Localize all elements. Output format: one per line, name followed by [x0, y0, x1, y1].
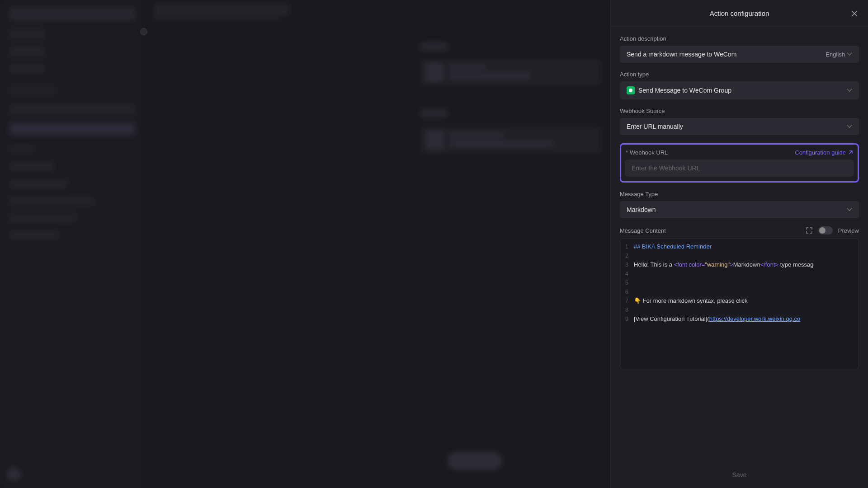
sidebar-collapse-button[interactable] [140, 28, 147, 35]
save-button[interactable]: Save [732, 471, 747, 479]
close-button[interactable] [849, 8, 860, 19]
webhook-url-input-wrapper [625, 160, 854, 177]
line-number: 4 [620, 269, 634, 278]
config-guide-text: Configuration guide [795, 149, 846, 156]
message-type-value: Markdown [627, 206, 656, 213]
chevron-down-icon [848, 52, 852, 56]
line-number: 1 [620, 242, 634, 251]
line-number: 7 [620, 296, 634, 305]
webhook-source-group: Webhook Source Enter URL manually [620, 108, 859, 135]
line-number: 3 [620, 260, 634, 269]
message-content-group: Message Content Preview 1## BIKA Schedul… [620, 226, 859, 369]
message-type-group: Message Type Markdown [620, 191, 859, 218]
action-description-label: Action description [620, 35, 859, 42]
line-number: 9 [620, 314, 634, 324]
chevron-down-icon [848, 124, 852, 129]
action-description-value: Send a markdown message to WeCom [627, 51, 736, 58]
svg-point-0 [629, 89, 632, 92]
preview-label: Preview [838, 227, 859, 234]
line-number: 6 [620, 287, 634, 296]
wecom-icon [627, 86, 635, 94]
panel-title: Action configuration [710, 9, 769, 17]
webhook-url-label: *Webhook URL [626, 149, 668, 156]
webhook-url-highlight: *Webhook URL Configuration guide [620, 143, 859, 183]
background-blurred-app [0, 0, 610, 488]
message-content-editor[interactable]: 1## BIKA Scheduled Reminder 2 3Hello! Th… [620, 238, 859, 369]
webhook-source-value: Enter URL manually [627, 123, 683, 130]
action-description-input[interactable]: Send a markdown message to WeCom English [620, 46, 859, 63]
line-number: 2 [620, 251, 634, 260]
action-type-value: Send Message to WeCom Group [638, 87, 731, 94]
webhook-url-input[interactable] [632, 164, 847, 172]
action-configuration-panel: Action configuration Action description … [610, 0, 868, 488]
panel-header: Action configuration [611, 0, 868, 27]
panel-footer: Save [611, 464, 868, 488]
language-selector[interactable]: English [826, 51, 852, 58]
panel-body: Action description Send a markdown messa… [611, 27, 868, 464]
close-icon [851, 10, 858, 17]
required-indicator: * [626, 149, 628, 156]
line-number: 8 [620, 305, 634, 314]
configuration-guide-link[interactable]: Configuration guide [795, 149, 853, 156]
action-type-group: Action type Send Message to WeCom Group [620, 71, 859, 99]
line-number: 5 [620, 278, 634, 287]
action-description-group: Action description Send a markdown messa… [620, 35, 859, 63]
action-type-select[interactable]: Send Message to WeCom Group [620, 81, 859, 99]
webhook-source-label: Webhook Source [620, 108, 859, 114]
webhook-source-select[interactable]: Enter URL manually [620, 118, 859, 135]
action-type-label: Action type [620, 71, 859, 78]
chevron-down-icon [848, 207, 852, 212]
preview-toggle[interactable] [818, 226, 833, 235]
message-type-label: Message Type [620, 191, 859, 197]
expand-icon[interactable] [806, 227, 813, 234]
language-value: English [826, 51, 845, 58]
chevron-down-icon [848, 88, 852, 93]
external-link-icon [848, 150, 853, 155]
message-content-label: Message Content [620, 227, 666, 234]
message-type-select[interactable]: Markdown [620, 201, 859, 218]
